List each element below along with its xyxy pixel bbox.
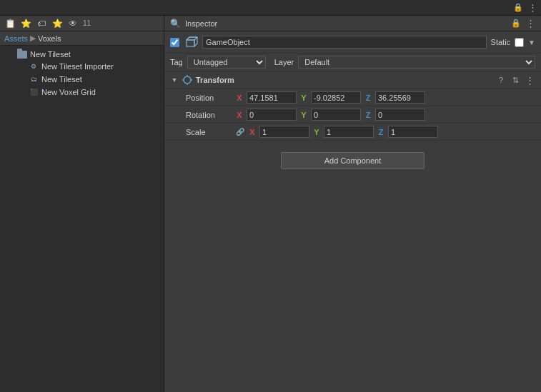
- inspector-lock-icon[interactable]: 🔒: [511, 19, 521, 29]
- inspector-tab: 🔍 Inspector 🔒 ⋮: [164, 16, 541, 31]
- file-tree: New Tileset ⚙ New Tileset Importer 🗂 New…: [0, 46, 164, 392]
- toolbar-btn-1[interactable]: 📋: [3, 17, 17, 30]
- inspector-panel: 🔍 Inspector 🔒 ⋮: [164, 16, 541, 392]
- transform-title: Transform: [196, 76, 492, 84]
- add-component-area: Add Component: [164, 141, 541, 181]
- inspector-tab-title[interactable]: Inspector: [185, 19, 217, 28]
- rotation-x-label: X: [235, 111, 244, 119]
- y-axis-label: Y: [299, 94, 308, 102]
- position-y-input[interactable]: [311, 91, 361, 104]
- scale-link-icon[interactable]: 🔗: [235, 128, 245, 136]
- transform-menu-icon[interactable]: ⋮: [524, 74, 535, 86]
- rotation-z-input[interactable]: [375, 109, 425, 121]
- breadcrumb-current: Voxels: [38, 34, 61, 43]
- position-row: Position X Y Z: [164, 89, 541, 106]
- rotation-y-label: Y: [299, 111, 308, 119]
- static-checkbox[interactable]: [515, 38, 524, 47]
- rotation-row: Rotation X Y Z: [164, 106, 541, 124]
- toolbar-btn-2[interactable]: ⭐: [19, 17, 33, 30]
- tileset-icon: 🗂: [29, 74, 39, 84]
- lock-icon[interactable]: 🔒: [512, 2, 524, 14]
- position-label: Position: [186, 94, 232, 102]
- inspector-menu-icon[interactable]: ⋮: [525, 19, 535, 29]
- rotation-y-input[interactable]: [311, 109, 361, 121]
- breadcrumb-separator: ▶: [30, 34, 36, 43]
- transform-header: ▼ Transform ? ⇅ ⋮: [164, 71, 541, 89]
- svg-point-6: [184, 76, 191, 84]
- add-component-button[interactable]: Add Component: [281, 152, 425, 169]
- gameobject-checkbox[interactable]: [170, 38, 179, 47]
- scale-y-input[interactable]: [324, 126, 374, 138]
- transform-help-icon[interactable]: ?: [495, 74, 507, 86]
- static-label: Static: [491, 38, 511, 46]
- breadcrumb: Assets ▶ Voxels: [0, 31, 164, 46]
- list-item[interactable]: ⚙ New Tileset Importer: [0, 60, 164, 73]
- main-area: 📋 ⭐ 🏷 ⭐ 👁 11 Assets ▶ Voxels: [0, 16, 541, 392]
- position-z-input[interactable]: [375, 91, 425, 104]
- scale-x-input[interactable]: [259, 126, 309, 138]
- scale-z-label: Z: [377, 128, 385, 136]
- x-axis-label: X: [235, 94, 244, 102]
- left-panel: 📋 ⭐ 🏷 ⭐ 👁 11 Assets ▶ Voxels: [0, 16, 164, 392]
- rotation-label: Rotation: [186, 111, 232, 119]
- scale-row: Scale 🔗 X Y Z: [164, 124, 541, 141]
- layer-label: Layer: [274, 58, 294, 66]
- layer-dropdown[interactable]: Default: [298, 56, 535, 69]
- z-axis-label: Z: [364, 94, 372, 102]
- static-dropdown-arrow[interactable]: ▼: [528, 39, 535, 46]
- breadcrumb-assets[interactable]: Assets: [4, 34, 28, 43]
- rotation-z-label: Z: [364, 111, 372, 119]
- list-item[interactable]: ⬛ New Voxel Grid: [0, 86, 164, 99]
- gameobject-row: Static ▼: [164, 31, 541, 54]
- rotation-x-input[interactable]: [247, 109, 297, 121]
- menu-icon[interactable]: ⋮: [527, 2, 538, 14]
- inspector-content: Static ▼ Tag Untagged Layer Default: [164, 31, 541, 392]
- scale-label: Scale: [186, 128, 232, 136]
- toolbar-btn-4[interactable]: ⭐: [50, 17, 64, 30]
- tag-dropdown[interactable]: Untagged: [187, 56, 266, 69]
- toolbar-btn-5[interactable]: 👁: [66, 17, 80, 30]
- script-icon: ⚙: [29, 61, 39, 71]
- collapse-arrow[interactable]: ▼: [170, 76, 179, 84]
- tag-layer-row: Tag Untagged Layer Default: [164, 54, 541, 71]
- top-toolbar: 🔒 ⋮: [0, 0, 541, 16]
- inspector-tab-icon: 🔍: [170, 19, 181, 29]
- scale-z-input[interactable]: [388, 126, 438, 138]
- item-count: 11: [83, 19, 91, 27]
- app-container: 🔒 ⋮ 📋 ⭐ 🏷 ⭐ 👁 11 Assets ▶ Voxels: [0, 0, 541, 392]
- svg-rect-0: [187, 40, 194, 46]
- transform-sort-icon[interactable]: ⇅: [510, 74, 521, 86]
- scale-x-label: X: [248, 128, 257, 136]
- list-item[interactable]: 🗂 New Tileset: [0, 73, 164, 86]
- cube-icon: [184, 35, 198, 49]
- voxelgrid-icon: ⬛: [29, 87, 39, 97]
- list-item[interactable]: New Tileset: [0, 49, 164, 60]
- transform-component-icon: [182, 74, 193, 86]
- toolbar-btn-3[interactable]: 🏷: [34, 17, 49, 30]
- scale-y-label: Y: [312, 128, 321, 136]
- gameobject-name-input[interactable]: [202, 36, 487, 49]
- position-x-input[interactable]: [247, 91, 297, 104]
- left-toolbar: 📋 ⭐ 🏷 ⭐ 👁 11: [0, 16, 164, 31]
- tag-label: Tag: [170, 58, 183, 66]
- folder-icon: [17, 51, 27, 59]
